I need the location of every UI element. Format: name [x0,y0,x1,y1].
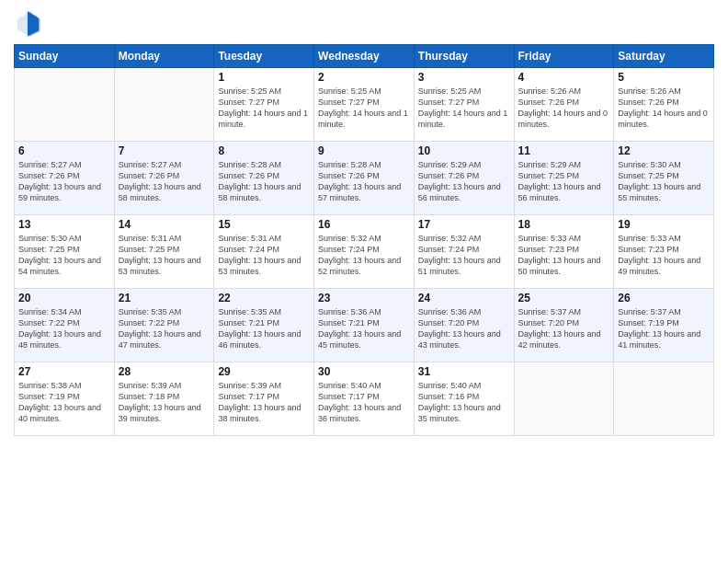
day-info: Sunrise: 5:40 AM Sunset: 7:17 PM Dayligh… [318,380,410,425]
day-info: Sunrise: 5:29 AM Sunset: 7:26 PM Dayligh… [418,159,510,204]
calendar-cell: 21Sunrise: 5:35 AM Sunset: 7:22 PM Dayli… [114,289,214,362]
day-number: 12 [618,144,710,157]
day-number: 4 [518,71,610,84]
day-info: Sunrise: 5:30 AM Sunset: 7:25 PM Dayligh… [618,159,710,204]
calendar-cell: 6Sunrise: 5:27 AM Sunset: 7:26 PM Daylig… [15,142,115,215]
day-number: 11 [518,144,610,157]
weekday-header: Tuesday [214,45,314,68]
calendar-cell: 5Sunrise: 5:26 AM Sunset: 7:26 PM Daylig… [614,68,714,142]
calendar-cell: 18Sunrise: 5:33 AM Sunset: 7:23 PM Dayli… [514,215,614,289]
calendar-cell [114,68,214,142]
day-info: Sunrise: 5:36 AM Sunset: 7:21 PM Dayligh… [318,306,410,351]
day-info: Sunrise: 5:33 AM Sunset: 7:23 PM Dayligh… [518,233,610,278]
day-number: 27 [18,365,110,378]
day-number: 21 [119,292,210,304]
weekday-header: Wednesday [314,45,415,68]
calendar-cell: 22Sunrise: 5:35 AM Sunset: 7:21 PM Dayli… [214,289,314,362]
day-info: Sunrise: 5:38 AM Sunset: 7:19 PM Dayligh… [18,380,110,425]
day-number: 1 [218,71,310,84]
day-number: 26 [618,292,710,304]
day-info: Sunrise: 5:25 AM Sunset: 7:27 PM Dayligh… [218,86,310,131]
calendar-week-row: 27Sunrise: 5:38 AM Sunset: 7:19 PM Dayli… [15,362,714,436]
day-number: 20 [18,292,110,304]
calendar-cell: 15Sunrise: 5:31 AM Sunset: 7:24 PM Dayli… [214,215,314,289]
day-info: Sunrise: 5:37 AM Sunset: 7:19 PM Dayligh… [618,306,710,351]
day-info: Sunrise: 5:40 AM Sunset: 7:16 PM Dayligh… [418,380,510,425]
calendar-cell: 1Sunrise: 5:25 AM Sunset: 7:27 PM Daylig… [214,68,314,142]
calendar-cell: 16Sunrise: 5:32 AM Sunset: 7:24 PM Dayli… [314,215,415,289]
day-info: Sunrise: 5:32 AM Sunset: 7:24 PM Dayligh… [318,233,410,278]
day-info: Sunrise: 5:26 AM Sunset: 7:26 PM Dayligh… [518,86,610,131]
weekday-header: Thursday [414,45,514,68]
day-info: Sunrise: 5:32 AM Sunset: 7:24 PM Dayligh… [418,233,510,278]
calendar-cell: 2Sunrise: 5:25 AM Sunset: 7:27 PM Daylig… [314,68,415,142]
day-info: Sunrise: 5:37 AM Sunset: 7:20 PM Dayligh… [518,306,610,351]
calendar-cell: 4Sunrise: 5:26 AM Sunset: 7:26 PM Daylig… [514,68,614,142]
day-info: Sunrise: 5:35 AM Sunset: 7:22 PM Dayligh… [119,306,210,351]
day-info: Sunrise: 5:25 AM Sunset: 7:27 PM Dayligh… [318,86,410,131]
calendar-cell: 13Sunrise: 5:30 AM Sunset: 7:25 PM Dayli… [15,215,115,289]
calendar-cell: 24Sunrise: 5:36 AM Sunset: 7:20 PM Dayli… [414,289,514,362]
weekday-header: Sunday [15,45,115,68]
day-info: Sunrise: 5:36 AM Sunset: 7:20 PM Dayligh… [418,306,510,351]
day-number: 24 [418,292,510,304]
calendar-cell: 11Sunrise: 5:29 AM Sunset: 7:25 PM Dayli… [514,142,614,215]
logo [14,9,45,37]
page: SundayMondayTuesdayWednesdayThursdayFrid… [0,0,728,563]
calendar-cell: 30Sunrise: 5:40 AM Sunset: 7:17 PM Dayli… [314,362,415,436]
day-info: Sunrise: 5:26 AM Sunset: 7:26 PM Dayligh… [618,86,710,131]
calendar-cell [514,362,614,436]
logo-icon [14,9,41,37]
day-number: 6 [18,144,110,157]
calendar-week-row: 1Sunrise: 5:25 AM Sunset: 7:27 PM Daylig… [15,68,714,142]
calendar-cell: 17Sunrise: 5:32 AM Sunset: 7:24 PM Dayli… [414,215,514,289]
day-info: Sunrise: 5:39 AM Sunset: 7:18 PM Dayligh… [119,380,210,425]
day-info: Sunrise: 5:35 AM Sunset: 7:21 PM Dayligh… [218,306,310,351]
day-info: Sunrise: 5:27 AM Sunset: 7:26 PM Dayligh… [119,159,210,204]
day-number: 3 [418,71,510,84]
day-number: 23 [318,292,410,304]
day-number: 28 [119,365,210,378]
day-info: Sunrise: 5:30 AM Sunset: 7:25 PM Dayligh… [18,233,110,278]
calendar-cell: 23Sunrise: 5:36 AM Sunset: 7:21 PM Dayli… [314,289,415,362]
day-number: 10 [418,144,510,157]
weekday-header: Saturday [614,45,714,68]
day-number: 5 [618,71,710,84]
day-number: 25 [518,292,610,304]
calendar-cell: 31Sunrise: 5:40 AM Sunset: 7:16 PM Dayli… [414,362,514,436]
header [14,9,714,37]
calendar-cell: 25Sunrise: 5:37 AM Sunset: 7:20 PM Dayli… [514,289,614,362]
calendar-cell [15,68,115,142]
day-number: 18 [518,218,610,231]
day-number: 29 [218,365,310,378]
calendar-cell: 14Sunrise: 5:31 AM Sunset: 7:25 PM Dayli… [114,215,214,289]
calendar-table: SundayMondayTuesdayWednesdayThursdayFrid… [14,44,714,436]
day-number: 13 [18,218,110,231]
calendar-week-row: 13Sunrise: 5:30 AM Sunset: 7:25 PM Dayli… [15,215,714,289]
calendar-week-row: 20Sunrise: 5:34 AM Sunset: 7:22 PM Dayli… [15,289,714,362]
day-info: Sunrise: 5:28 AM Sunset: 7:26 PM Dayligh… [318,159,410,204]
day-info: Sunrise: 5:29 AM Sunset: 7:25 PM Dayligh… [518,159,610,204]
calendar-cell: 27Sunrise: 5:38 AM Sunset: 7:19 PM Dayli… [15,362,115,436]
day-info: Sunrise: 5:27 AM Sunset: 7:26 PM Dayligh… [18,159,110,204]
day-info: Sunrise: 5:39 AM Sunset: 7:17 PM Dayligh… [218,380,310,425]
weekday-header: Friday [514,45,614,68]
day-number: 16 [318,218,410,231]
calendar-cell: 12Sunrise: 5:30 AM Sunset: 7:25 PM Dayli… [614,142,714,215]
calendar-cell: 3Sunrise: 5:25 AM Sunset: 7:27 PM Daylig… [414,68,514,142]
calendar-cell: 7Sunrise: 5:27 AM Sunset: 7:26 PM Daylig… [114,142,214,215]
day-number: 9 [318,144,410,157]
day-info: Sunrise: 5:31 AM Sunset: 7:25 PM Dayligh… [119,233,210,278]
day-number: 31 [418,365,510,378]
day-number: 2 [318,71,410,84]
calendar-cell: 28Sunrise: 5:39 AM Sunset: 7:18 PM Dayli… [114,362,214,436]
day-info: Sunrise: 5:28 AM Sunset: 7:26 PM Dayligh… [218,159,310,204]
calendar-cell: 20Sunrise: 5:34 AM Sunset: 7:22 PM Dayli… [15,289,115,362]
day-number: 14 [119,218,210,231]
day-info: Sunrise: 5:25 AM Sunset: 7:27 PM Dayligh… [418,86,510,131]
day-number: 30 [318,365,410,378]
calendar-cell: 19Sunrise: 5:33 AM Sunset: 7:23 PM Dayli… [614,215,714,289]
day-number: 7 [119,144,210,157]
calendar-cell: 26Sunrise: 5:37 AM Sunset: 7:19 PM Dayli… [614,289,714,362]
day-number: 15 [218,218,310,231]
